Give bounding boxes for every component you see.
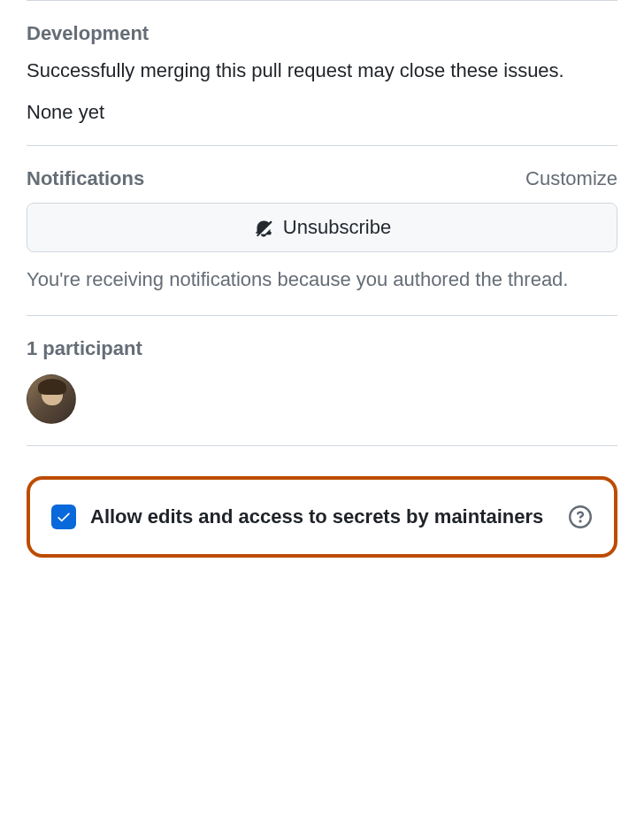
allow-edits-checkbox-wrapper <box>51 505 76 529</box>
unsubscribe-button[interactable]: Unsubscribe <box>27 203 617 252</box>
participants-section: 1 participant <box>27 315 617 445</box>
notifications-header: Notifications Customize <box>27 167 617 190</box>
unsubscribe-label: Unsubscribe <box>283 216 391 239</box>
check-icon <box>56 509 72 525</box>
participants-header: 1 participant <box>27 337 617 360</box>
development-title: Development <box>27 22 149 45</box>
bell-mute-icon <box>253 217 274 238</box>
allow-edits-checkbox[interactable] <box>51 505 76 529</box>
development-description: Successfully merging this pull request m… <box>27 56 617 85</box>
notifications-title: Notifications <box>27 167 144 190</box>
development-section: Development Successfully merging this pu… <box>27 0 617 145</box>
development-header: Development <box>27 22 617 45</box>
development-empty-state: None yet <box>27 101 617 124</box>
notifications-reason: You're receiving notifications because y… <box>27 265 617 294</box>
allow-edits-label[interactable]: Allow edits and access to secrets by mai… <box>90 504 552 531</box>
participant-avatar[interactable] <box>27 374 76 424</box>
participants-title: 1 participant <box>27 337 142 360</box>
customize-link[interactable]: Customize <box>525 167 617 190</box>
allow-edits-highlight: Allow edits and access to secrets by mai… <box>27 476 617 558</box>
help-icon[interactable] <box>566 503 594 531</box>
notifications-section: Notifications Customize Unsubscribe You'… <box>27 145 617 315</box>
allow-edits-container: Allow edits and access to secrets by mai… <box>27 445 617 558</box>
